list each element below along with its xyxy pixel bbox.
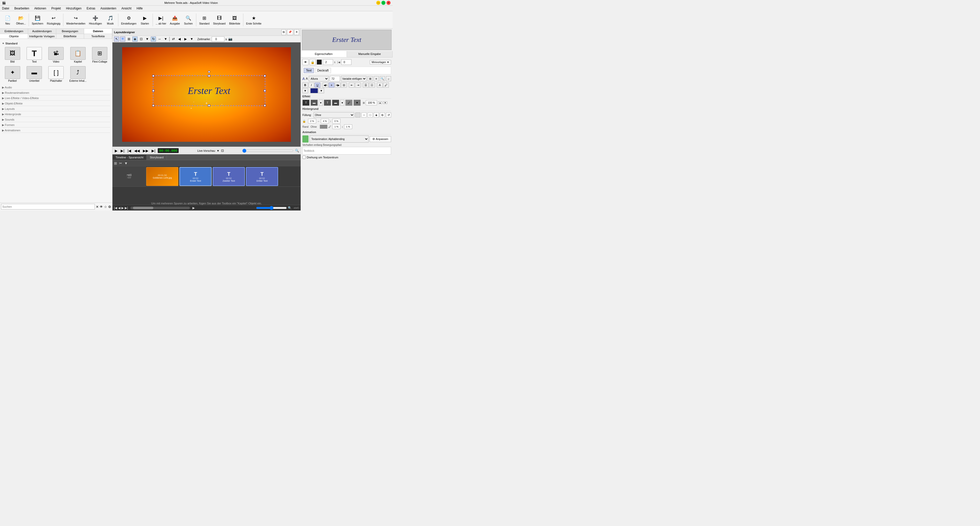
border-icon1[interactable]: 🖊 [328, 125, 331, 128]
section-hintergr-nde[interactable]: ▶ Hintergründe [2, 112, 110, 117]
text-tab-btn[interactable]: Text [304, 68, 314, 73]
step-fwd-btn[interactable]: ▶▶ [142, 149, 149, 153]
ld-tool-flip[interactable]: ↔ [157, 37, 162, 41]
tl-step-back-btn[interactable]: ◀ [118, 206, 120, 210]
clip-text3[interactable]: T00:02Dritter Text [246, 167, 278, 186]
toolbox-item-text[interactable]: TText [24, 46, 45, 64]
toolbar-btn-starten[interactable]: ▶Starten [139, 13, 151, 27]
handle-bl[interactable] [152, 105, 154, 106]
tl-zoom-in-btn[interactable]: 🔍 [288, 206, 292, 210]
zeitmarke-input[interactable] [212, 37, 224, 41]
tl-goto-start-btn[interactable]: |◀ [114, 206, 117, 210]
variable-einfuegen-select[interactable]: Variable einfügen [341, 76, 366, 81]
border-icon2[interactable]: ↕ [342, 125, 343, 128]
fmt-list[interactable]: ☰ [363, 83, 369, 87]
live-vorschau-icon[interactable]: ⊡ [221, 149, 224, 153]
effect-btn-t2[interactable]: T [324, 100, 331, 106]
font-size-input[interactable] [330, 76, 340, 81]
timeline-scrubber[interactable] [242, 149, 293, 153]
text-color-swatch[interactable] [310, 88, 318, 93]
toolbox-item-platzhalter[interactable]: [ ]Platzhalter [46, 65, 67, 83]
effect-btn-dark3[interactable]: ▬ [332, 100, 339, 106]
section-layouts[interactable]: ▶ Layouts [2, 107, 110, 111]
toolbox-item-video[interactable]: 📽Video [46, 46, 67, 64]
ld-tool-more3[interactable]: ▼ [189, 37, 194, 41]
section-live-effekte---video-effekte[interactable]: ▶ Live-Effekte / Video-Effekte [2, 96, 110, 101]
ld-close-btn[interactable]: ✕ [294, 29, 299, 35]
fmt-indent-more[interactable]: ⇥ [355, 83, 361, 87]
align-icon[interactable]: ≡ [374, 76, 379, 81]
track-content-main[interactable]: 00:01.50Goldenes Licht.jpgT00:02Erster T… [146, 166, 301, 186]
tl-add-track-btn[interactable]: ⊞ [113, 161, 118, 165]
toolbox-tab-2[interactable]: Bewegungen [56, 29, 84, 34]
effect-btn-shadow2[interactable]: ▼ [353, 100, 361, 106]
bg-color-swatch[interactable] [355, 113, 360, 118]
section-routenanimationen[interactable]: ▶ Routenanimationen [2, 91, 110, 95]
fmt-color-a2[interactable]: 🖊 [383, 83, 389, 87]
section-standard[interactable]: Standard [2, 42, 110, 45]
section-formen[interactable]: ▶ Formen [2, 123, 110, 127]
toolbar-btn-musik[interactable]: 🎵Musik [104, 13, 116, 27]
prev-frame-btn[interactable]: |◀ [127, 149, 132, 153]
section-objekt-effekte[interactable]: ▶ Objekt-Effekte [2, 102, 110, 106]
toolbox-item-kapitel[interactable]: 📋Kapitel [67, 46, 88, 64]
tl-goto-end-btn[interactable]: ▶| [125, 206, 128, 210]
step-back-btn[interactable]: ◀◀ [134, 149, 141, 153]
toolbar-btn-einstellungen[interactable]: ⚙Einstellungen [120, 13, 138, 27]
ld-pin-btn[interactable]: 📌 [287, 29, 293, 35]
fmt-bold[interactable]: B [302, 83, 308, 87]
lock-btn[interactable]: 🔒 [310, 59, 316, 65]
toolbox-tab-3[interactable]: Dateien [84, 29, 112, 34]
drehung-checkbox[interactable] [302, 156, 306, 159]
effect-dropdown[interactable]: ▼ [319, 100, 323, 106]
effect-percent-input[interactable] [366, 100, 377, 105]
menu-ansicht[interactable]: Ansicht [120, 6, 132, 11]
fmt-indent-less[interactable]: ⇤ [349, 83, 355, 87]
toolbox-tab-0[interactable]: Einblendungen [0, 29, 28, 34]
toolbox-item-flexi_collage[interactable]: ⊞Flexi-Collage [89, 46, 110, 64]
end-btn[interactable]: ▶| [151, 149, 156, 153]
ld-tool-snap[interactable]: ◈ [132, 37, 137, 41]
opacity-tab-btn[interactable]: Deckraft [315, 68, 331, 73]
visibility-eye-btn[interactable]: 👁 [302, 59, 309, 65]
ld-tool-rotate[interactable]: ↻ [151, 37, 156, 41]
bg-num3[interactable] [332, 119, 340, 123]
grid-icon[interactable]: ⊞ [368, 76, 373, 81]
bg-reset-icon[interactable]: ↺ [386, 113, 391, 118]
ld-tool-more[interactable]: ▼ [145, 37, 150, 41]
fmt-underline[interactable]: U [315, 83, 320, 87]
toolbar-btn-erste_schritte[interactable]: ★Erste Schritte [245, 13, 263, 27]
fmt-color-a[interactable]: A [377, 83, 383, 87]
ld-tool-next[interactable]: ▶ [183, 37, 188, 41]
live-vorschau-dropdown[interactable]: ▼ [217, 149, 220, 152]
effect-up-btn[interactable]: ▲ [378, 102, 382, 104]
play-more-btn[interactable]: ▶| [120, 149, 125, 153]
ld-tool-camera[interactable]: 📷 [228, 37, 233, 41]
toolbar-btn-speichern[interactable]: 💾Speichern [30, 13, 45, 27]
tab-manuelle-eingabe[interactable]: Manuelle Eingabe [347, 51, 393, 57]
tl-zoom-slider[interactable] [256, 206, 287, 210]
toolbar-btn-suchen[interactable]: 🔍Suchen [182, 13, 194, 27]
toolbar-btn-rueckgaengig[interactable]: ↩Rückgängig [46, 13, 62, 27]
clip-text2[interactable]: T00:02Zweiter Text [213, 167, 245, 186]
section-animationen[interactable]: ▶ Animationen [2, 128, 110, 133]
menu-bearbeiten[interactable]: Bearbeiten [13, 6, 30, 11]
toolbox-item-externe_inhal[interactable]: ⤴Externe Inhal... [67, 65, 88, 83]
handle-tl[interactable] [152, 75, 154, 77]
color-swatch-dark[interactable] [317, 60, 322, 65]
toolbox-sub-tab-1[interactable]: Intelligente Vorlagen [28, 34, 56, 38]
ld-tool-select[interactable]: ↖ [114, 37, 119, 41]
opacity-value[interactable] [323, 59, 333, 65]
search-star-icon[interactable]: ☆ [104, 205, 107, 209]
tl-scrollbar[interactable] [130, 207, 190, 209]
section-sounds[interactable]: ▶ Sounds [2, 118, 110, 122]
fuellung-select[interactable]: Ohne [313, 112, 354, 118]
tab-eigenschaften[interactable]: Eigenschaften [301, 51, 347, 57]
font-family-select[interactable]: Allura [309, 76, 329, 81]
toolbox-item-untertitel[interactable]: ▬Untertitel [24, 65, 45, 83]
bg-copy-icon[interactable]: ⧉ [380, 113, 385, 118]
rotation-handle[interactable] [208, 71, 210, 73]
search-clear-icon[interactable]: ✕ [96, 205, 99, 209]
anim-select[interactable]: Textanimation: Alphablending [310, 135, 369, 143]
toolbox-tab-1[interactable]: Ausblendungen [28, 29, 56, 34]
